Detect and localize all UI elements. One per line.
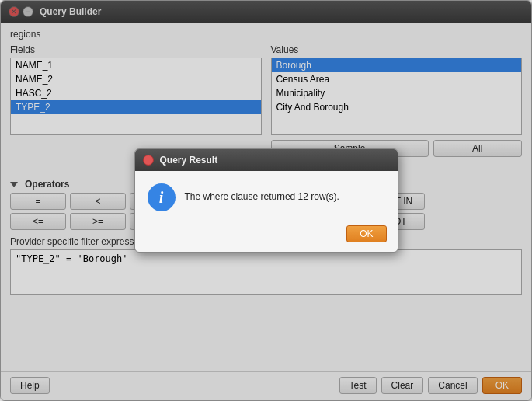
info-icon: i xyxy=(148,183,176,211)
main-window: ✕ − Query Builder regions Fields NAME_1 … xyxy=(0,0,532,401)
query-result-dialog: Query Result i The where clause returned… xyxy=(134,148,398,253)
dialog-footer: OK xyxy=(135,222,398,252)
dialog-ok-button[interactable]: OK xyxy=(346,225,386,242)
dialog-message: The where clause returned 12 row(s). xyxy=(185,183,339,204)
dialog-close-icon[interactable] xyxy=(143,155,154,166)
dialog-overlay: Query Result i The where clause returned… xyxy=(1,1,531,400)
dialog-title: Query Result xyxy=(160,155,218,166)
dialog-body: i The where clause returned 12 row(s). xyxy=(135,171,398,222)
dialog-title-bar: Query Result xyxy=(135,149,398,171)
